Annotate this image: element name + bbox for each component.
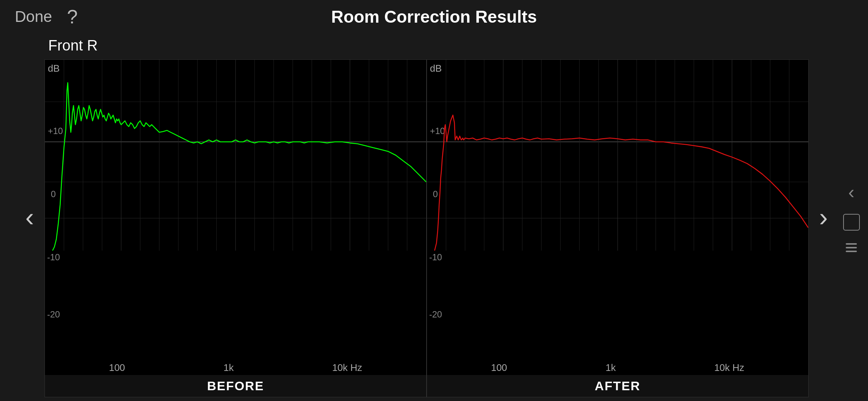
charts-row: dB +10 0 -10 -20 (45, 59, 809, 397)
after-y-minus10: -10 (429, 252, 442, 263)
after-chart: dB +10 0 -10 -20 (427, 59, 809, 397)
help-button[interactable]: ? (67, 6, 78, 28)
before-x-10k: 10k Hz (332, 362, 362, 374)
section-label: Front R (45, 37, 809, 54)
after-x-100: 100 (491, 362, 507, 374)
before-x-1k: 1k (224, 362, 234, 374)
phone-recents-icon[interactable] (844, 242, 858, 254)
after-y-minus20: -20 (429, 309, 442, 320)
before-x-100: 100 (109, 362, 125, 374)
main-content: ‹ Front R dB +10 0 -10 -20 (0, 33, 868, 401)
before-chart-grid (45, 60, 426, 251)
after-x-1k: 1k (606, 362, 616, 374)
before-y-minus20: -20 (47, 309, 60, 320)
after-x-labels: 100 1k 10k Hz (427, 361, 808, 375)
done-button[interactable]: Done (15, 8, 52, 26)
before-x-labels: 100 1k 10k Hz (45, 361, 426, 375)
after-curve (435, 115, 808, 251)
phone-home-icon[interactable] (843, 214, 860, 231)
after-db-label: dB (430, 63, 442, 74)
header-left: Done ? (15, 6, 78, 28)
after-chart-grid (427, 60, 808, 251)
header: Done ? Room Correction Results (0, 0, 868, 33)
prev-arrow-button[interactable]: ‹ (15, 33, 45, 401)
before-chart-inner: dB +10 0 -10 -20 (45, 60, 426, 361)
before-db-label: dB (48, 63, 60, 74)
before-caption: BEFORE (45, 375, 426, 397)
page-title: Room Correction Results (331, 7, 537, 27)
next-arrow-button[interactable]: › (809, 33, 838, 401)
after-x-10k: 10k Hz (714, 362, 744, 374)
charts-area: Front R dB +10 0 -10 -20 (45, 33, 809, 401)
before-curve (53, 83, 426, 251)
before-y-minus10: -10 (47, 252, 60, 263)
after-caption: AFTER (427, 375, 808, 397)
after-chart-inner: dB +10 0 -10 -20 (427, 60, 808, 361)
phone-back-icon[interactable]: ‹ (848, 181, 855, 203)
phone-nav: ‹ (838, 33, 868, 401)
before-chart: dB +10 0 -10 -20 (45, 59, 427, 397)
